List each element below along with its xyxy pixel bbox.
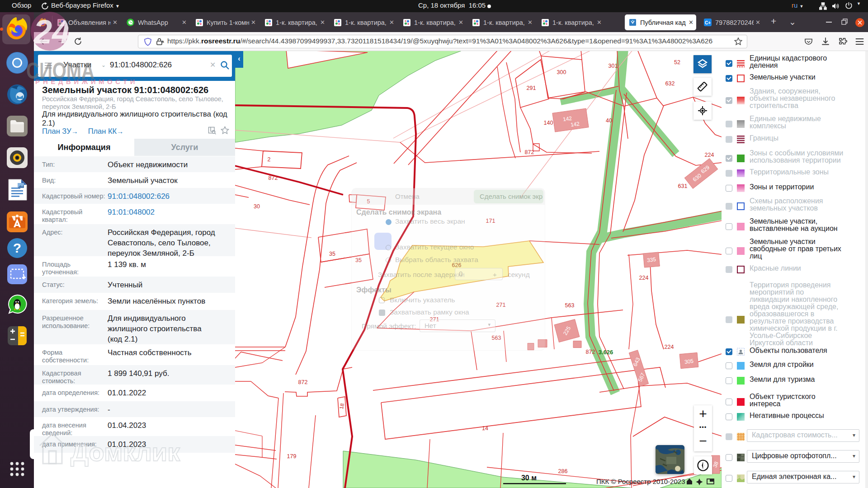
svg-text:2: 2: [268, 156, 271, 163]
svg-text:563: 563: [565, 302, 575, 309]
svg-text:224: 224: [705, 152, 714, 158]
svg-text:179: 179: [287, 453, 297, 460]
svg-text:30 м: 30 м: [521, 474, 537, 482]
svg-text:Домклик: Домклик: [71, 438, 180, 466]
svg-text:52: 52: [674, 59, 680, 66]
svg-text:C+: C+: [705, 20, 711, 25]
svg-text:286: 286: [558, 468, 568, 474]
svg-text:14: 14: [482, 425, 488, 432]
svg-text:224: 224: [665, 344, 674, 350]
svg-text:18: 18: [339, 403, 345, 410]
svg-text:305: 305: [684, 358, 694, 366]
svg-text:632: 632: [665, 80, 675, 87]
svg-text:224: 224: [639, 275, 649, 281]
svg-text:30: 30: [254, 203, 260, 210]
svg-text:140: 140: [544, 120, 553, 126]
svg-text:335: 335: [646, 256, 656, 264]
svg-text:301: 301: [609, 63, 618, 69]
svg-text:872: 872: [269, 175, 278, 181]
svg-text:300: 300: [557, 69, 566, 75]
svg-text:40: 40: [606, 117, 612, 124]
svg-text:35: 35: [329, 251, 335, 257]
svg-text:142: 142: [570, 121, 580, 128]
svg-text:872: 872: [586, 349, 595, 355]
svg-text:3.626: 3.626: [599, 349, 613, 356]
svg-text:631: 631: [678, 183, 688, 189]
svg-text:ПКК © Росреестр 2010-2023: ПКК © Росреестр 2010-2023: [596, 478, 685, 485]
svg-text:872: 872: [298, 379, 308, 385]
svg-text:?: ?: [13, 240, 21, 255]
svg-text:291: 291: [527, 85, 536, 91]
